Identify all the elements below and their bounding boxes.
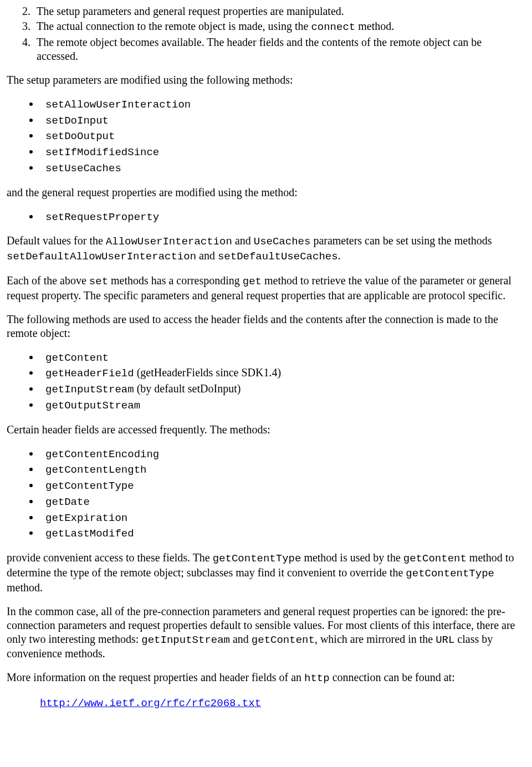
code-text: getDate <box>45 496 90 508</box>
code-text: getContentType <box>213 553 301 565</box>
list-item: setRequestProperty <box>40 209 525 224</box>
code-text: setDoOutput <box>45 130 115 142</box>
list-item: setIfModifiedSince <box>40 145 525 160</box>
step-text: The setup parameters and general request… <box>37 5 344 17</box>
code-text: setDoInput <box>45 115 109 127</box>
list-item: setDoInput <box>40 113 525 128</box>
code-text: getExpiration <box>45 512 127 524</box>
list-item: getContentEncoding <box>40 447 525 462</box>
text: and <box>230 633 252 645</box>
list-item: getInputStream (by default setDoInput) <box>40 382 525 397</box>
text: and <box>232 234 254 247</box>
text: and <box>196 249 218 262</box>
code-text: connect <box>311 21 355 33</box>
code-text: setAllowUserInteraction <box>45 99 191 111</box>
list-item: getContent <box>40 350 525 365</box>
code-text: getInputStream <box>141 634 230 646</box>
list-item: getContentLength <box>40 462 525 477</box>
list-item: The setup parameters and general request… <box>33 4 525 18</box>
text: connection can be found at: <box>330 671 455 683</box>
list-item: getDate <box>40 494 525 509</box>
list-item: getExpiration <box>40 510 525 525</box>
code-text: get <box>243 275 262 288</box>
paragraph: provide convenient access to these field… <box>7 551 525 595</box>
text: provide convenient access to these field… <box>7 551 213 564</box>
text: . <box>338 249 341 262</box>
paragraph: More information on the request properti… <box>7 671 525 686</box>
list-item: getOutputStream <box>40 398 525 413</box>
text: Each of the above <box>7 274 89 287</box>
paragraph: In the common case, all of the pre-conne… <box>7 605 525 661</box>
code-text: getContentType <box>406 567 494 580</box>
code-text: setDefaultAllowUserInteraction <box>7 250 196 263</box>
code-text: setIfModifiedSince <box>45 146 159 158</box>
code-text: set <box>89 275 108 288</box>
code-text: getLastModifed <box>45 528 134 540</box>
access-methods-list: getContent getHeaderField (getHeaderFiel… <box>7 350 525 413</box>
ordered-steps-list: The setup parameters and general request… <box>7 4 525 63</box>
text: (by default setDoInput) <box>134 382 241 395</box>
text: method is used by the <box>301 551 403 564</box>
paragraph: The following methods are used to access… <box>7 313 525 340</box>
code-text: getContent <box>252 634 315 646</box>
step-text: method. <box>355 20 394 32</box>
code-text: getOutputStream <box>45 400 140 412</box>
code-text: setDefaultUseCaches <box>218 250 338 263</box>
text: Default values for the <box>7 234 106 247</box>
text: (getHeaderFields since SDK1.4) <box>134 366 282 379</box>
code-text: setRequestProperty <box>45 211 159 223</box>
code-text: UseCaches <box>254 236 311 248</box>
text: , which are mirrored in the <box>315 633 436 645</box>
code-text: setUseCaches <box>45 162 121 175</box>
step-text: The actual connection to the remote obje… <box>37 20 311 32</box>
rfc-link[interactable]: http://www.ietf.org/rfc/rfc2068.txt <box>40 697 261 709</box>
list-item: setAllowUserInteraction <box>40 97 525 112</box>
paragraph: Default values for the AllowUserInteract… <box>7 234 525 264</box>
list-item: getLastModifed <box>40 526 525 541</box>
code-text: getInputStream <box>45 384 134 396</box>
list-item: getHeaderField (getHeaderFields since SD… <box>40 366 525 381</box>
list-item: setUseCaches <box>40 161 525 176</box>
text: methods has a corresponding <box>108 274 243 287</box>
paragraph: Each of the above set methods has a corr… <box>7 274 525 303</box>
request-methods-list: setRequestProperty <box>7 209 525 224</box>
text: method. <box>7 581 43 594</box>
code-text: getContent <box>45 352 109 364</box>
list-item: The remote object becomes available. The… <box>33 35 525 63</box>
text: More information on the request properti… <box>7 671 304 683</box>
setup-methods-list: setAllowUserInteraction setDoInput setDo… <box>7 97 525 176</box>
code-text: getContent <box>403 553 467 565</box>
step-text: The remote object becomes available. The… <box>37 36 482 62</box>
code-text: getContentEncoding <box>45 448 159 461</box>
paragraph: Certain header fields are accessed frequ… <box>7 423 525 437</box>
list-item: The actual connection to the remote obje… <box>33 19 525 34</box>
header-methods-list: getContentEncoding getContentLength getC… <box>7 447 525 541</box>
code-text: AllowUserInteraction <box>106 236 232 248</box>
paragraph: and the general request properties are m… <box>7 186 525 200</box>
code-text: URL <box>436 634 454 646</box>
list-item: setDoOutput <box>40 129 525 144</box>
paragraph: The setup parameters are modified using … <box>7 73 525 87</box>
text: parameters can be set using the methods <box>310 234 492 247</box>
code-text: getHeaderField <box>45 367 134 380</box>
code-text: http <box>304 672 330 684</box>
code-text: getContentType <box>45 480 134 492</box>
code-text: getContentLength <box>45 464 146 476</box>
list-item: getContentType <box>40 478 525 493</box>
